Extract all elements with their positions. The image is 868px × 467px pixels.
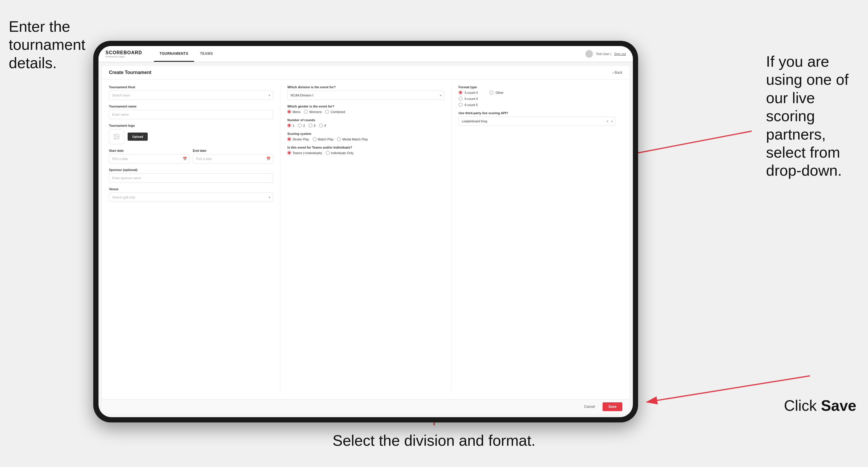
cancel-button[interactable]: Cancel: [580, 402, 600, 411]
gender-combined[interactable]: Combined: [325, 110, 345, 114]
division-group: Which division is the event for? NCAA Di…: [287, 85, 444, 100]
gender-group: Which gender is the event for? Mens Wome…: [287, 104, 444, 114]
format-type-group: Format type 5 count 4 6 count 4: [459, 85, 615, 106]
rounds-3[interactable]: 3: [309, 124, 315, 127]
format-6count5[interactable]: 6 count 5: [459, 103, 478, 106]
scoring-match[interactable]: Match Play: [313, 137, 334, 141]
event-teams[interactable]: Teams (+Individuals): [287, 151, 322, 155]
gender-radio-group: Mens Womens Combined: [287, 110, 444, 114]
nav-tabs: TOURNAMENTS TEAMS: [154, 46, 219, 62]
tablet-screen: SCOREBOARD Powered by clippd TOURNAMENTS…: [98, 46, 633, 417]
division-select-wrapper: NCAA Division I: [287, 91, 444, 100]
content-header: Create Tournament Back: [102, 66, 629, 80]
tournament-name-group: Tournament name: [109, 104, 273, 119]
tournament-host-group: Tournament Host: [109, 85, 273, 100]
user-avatar: [585, 50, 593, 58]
logo-area: Upload: [109, 129, 273, 144]
page-title: Create Tournament: [109, 70, 152, 75]
tab-tournaments[interactable]: TOURNAMENTS: [154, 46, 194, 62]
brand-subtitle: Powered by clippd: [105, 55, 142, 58]
format-type-options: 5 count 4 6 count 4 6 count 5: [459, 91, 615, 106]
scoring-group: Scoring system Stroke Play Match Play Me…: [287, 132, 444, 141]
start-date-group: Start date 📅: [109, 149, 189, 163]
navbar: SCOREBOARD Powered by clippd TOURNAMENTS…: [98, 46, 633, 62]
scoring-label: Scoring system: [287, 132, 444, 135]
annotation-save-bold: Save: [821, 397, 856, 414]
sponsor-input[interactable]: [109, 173, 273, 183]
rounds-4[interactable]: 4: [319, 124, 326, 127]
tournament-name-label: Tournament name: [109, 104, 273, 108]
division-select[interactable]: NCAA Division I: [287, 91, 444, 100]
scoring-stroke[interactable]: Stroke Play: [287, 137, 309, 141]
tournament-logo-group: Tournament logo Upload: [109, 124, 273, 144]
rounds-radio-group: 1 2 3 4: [287, 124, 444, 127]
end-date-input[interactable]: [193, 154, 273, 163]
format-5count4[interactable]: 5 count 4: [459, 91, 478, 94]
svg-point-6: [115, 135, 116, 136]
annotation-top-left: Enter the tournament details.: [9, 18, 90, 72]
rounds-group: Number of rounds 1 2 3: [287, 118, 444, 127]
tournament-host-label: Tournament Host: [109, 85, 273, 89]
start-date-wrapper: 📅: [109, 154, 189, 163]
date-group: Start date 📅 End date 📅: [109, 149, 273, 163]
format-other[interactable]: Other: [490, 91, 504, 94]
upload-button[interactable]: Upload: [128, 132, 148, 141]
logo-placeholder: [109, 129, 124, 144]
gender-womens[interactable]: Womens: [304, 110, 322, 114]
date-row: Start date 📅 End date 📅: [109, 149, 273, 163]
sponsor-group: Sponsor (optional): [109, 168, 273, 183]
format-type-label: Format type: [459, 85, 615, 89]
live-scoring-select[interactable]: Leaderboard King ✕ ▾: [459, 117, 615, 126]
start-date-label: Start date: [109, 149, 189, 152]
tournament-host-input[interactable]: [109, 91, 273, 100]
rounds-1[interactable]: 1: [287, 124, 294, 127]
brand-title: SCOREBOARD: [105, 50, 142, 55]
event-type-label: Is this event for Teams and/or Individua…: [287, 146, 444, 149]
content-area: Create Tournament Back Tournament Host T…: [102, 66, 629, 414]
venue-select-wrapper: [109, 193, 273, 202]
right-column: Format type 5 count 4 6 count 4: [451, 85, 622, 393]
live-scoring-dropdown-icon: ▾: [611, 120, 613, 123]
middle-column: Which division is the event for? NCAA Di…: [280, 85, 451, 393]
end-date-calendar-icon: 📅: [266, 157, 271, 161]
scoring-radio-group: Stroke Play Match Play Medal Match Play: [287, 137, 444, 141]
live-scoring-label: Use third-party live scoring API?: [459, 111, 615, 115]
format-options-right: Other: [490, 91, 504, 106]
annotation-bottom-right: Click Save: [784, 397, 856, 414]
back-link[interactable]: Back: [613, 70, 622, 74]
annotation-bottom-center: Select the division and format.: [333, 432, 535, 449]
start-date-calendar-icon: 📅: [183, 157, 187, 161]
format-6count4[interactable]: 6 count 4: [459, 97, 478, 100]
form-area: Tournament Host Tournament name Tourname…: [102, 80, 629, 399]
navbar-right: Test User | Sign out: [585, 50, 626, 58]
event-type-radio-group: Teams (+Individuals) Individuals Only: [287, 151, 444, 155]
start-date-input[interactable]: [109, 154, 189, 163]
event-type-group: Is this event for Teams and/or Individua…: [287, 146, 444, 155]
tournament-name-input[interactable]: [109, 110, 273, 119]
save-button[interactable]: Save: [602, 402, 622, 411]
end-date-wrapper: 📅: [193, 154, 273, 163]
division-label: Which division is the event for?: [287, 85, 444, 89]
user-name: Test User |: [596, 52, 611, 56]
gender-label: Which gender is the event for?: [287, 104, 444, 108]
end-date-group: End date 📅: [193, 149, 273, 163]
live-scoring-clear-icon[interactable]: ✕: [606, 120, 609, 123]
gender-mens[interactable]: Mens: [287, 110, 301, 114]
annotation-top-right: If you are using one of our live scoring…: [766, 53, 865, 180]
tablet-container: SCOREBOARD Powered by clippd TOURNAMENTS…: [93, 41, 638, 423]
event-individuals[interactable]: Individuals Only: [326, 151, 354, 155]
format-options-left: 5 count 4 6 count 4 6 count 5: [459, 91, 478, 106]
left-column: Tournament Host Tournament name Tourname…: [109, 85, 280, 393]
scoring-medal-match[interactable]: Medal Match Play: [337, 137, 368, 141]
live-scoring-group: Use third-party live scoring API? Leader…: [459, 111, 615, 126]
venue-input[interactable]: [109, 193, 273, 202]
live-scoring-value: Leaderboard King: [462, 119, 606, 123]
tournament-logo-label: Tournament logo: [109, 124, 273, 127]
end-date-label: End date: [193, 149, 273, 152]
rounds-label: Number of rounds: [287, 118, 444, 122]
form-footer: Cancel Save: [102, 399, 629, 414]
tab-teams[interactable]: TEAMS: [194, 46, 219, 62]
sign-out-link[interactable]: Sign out: [614, 52, 626, 56]
tournament-host-select-wrapper: [109, 91, 273, 100]
rounds-2[interactable]: 2: [298, 124, 305, 127]
